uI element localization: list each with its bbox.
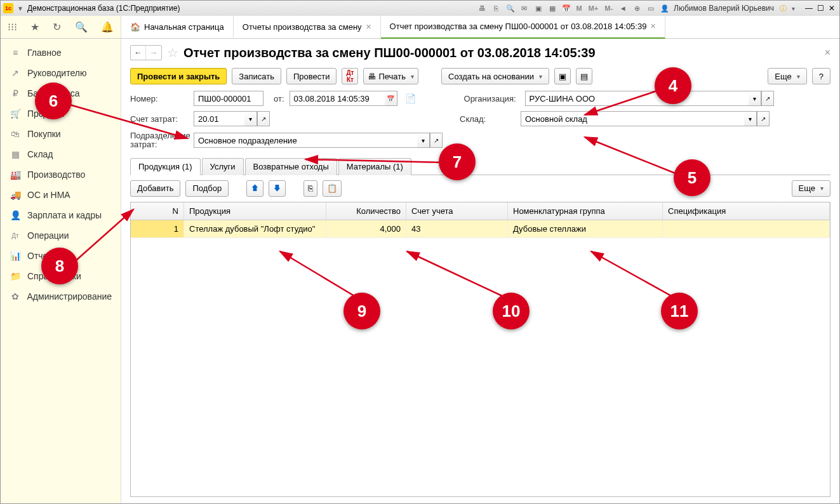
add-row-button[interactable]: Добавить <box>130 180 180 197</box>
marker-4: 4 <box>655 67 691 104</box>
nav-purchases[interactable]: 🛍Покупки <box>1 124 121 144</box>
search-icon[interactable]: 🔍 <box>505 3 516 13</box>
tab-close-1[interactable]: ✕ <box>366 23 371 31</box>
label-dept: Подразделение затрат: <box>130 131 189 150</box>
warn-icon[interactable]: ▣ <box>533 3 543 13</box>
nav-admin[interactable]: ✿Администрирование <box>1 286 121 307</box>
tab-report-doc-label: Отчет производства за смену ПШ00-000001 … <box>390 22 647 31</box>
move-up-button[interactable]: 🡅 <box>246 180 263 197</box>
nav-production[interactable]: 🏭Производство <box>1 164 121 185</box>
nav-assets[interactable]: 🚚ОС и НМА <box>1 185 121 205</box>
maximize-button[interactable]: ☐ <box>815 4 825 13</box>
pick-button[interactable]: Подбор <box>185 180 229 197</box>
nav-main[interactable]: ≡Главное <box>1 43 121 63</box>
mail-icon[interactable]: ✉ <box>519 3 530 13</box>
acct-dd[interactable]: ▾ <box>244 111 257 126</box>
dept-field[interactable]: Основное подразделение ▾ ↗ <box>194 133 443 148</box>
write-button[interactable]: Записать <box>232 68 281 84</box>
dtab-returns[interactable]: Возвратные отходы <box>245 158 337 175</box>
th-spec[interactable]: Спецификация <box>663 202 830 220</box>
mem-mminus[interactable]: M- <box>603 4 614 12</box>
date-picker-button[interactable]: 📅 <box>385 91 397 106</box>
minimize-button[interactable]: — <box>804 4 814 13</box>
grid2-icon: ▦ <box>10 149 21 159</box>
nav-forward[interactable]: → <box>146 46 161 60</box>
star-icon[interactable]: ★ <box>30 21 39 33</box>
nav-stock[interactable]: ▦Склад <box>1 144 121 164</box>
print-icon[interactable]: 🖶 <box>477 3 488 13</box>
post-and-close-button[interactable]: Провести и закрыть <box>130 68 227 84</box>
nav-ops[interactable]: ДтОперации <box>1 225 121 246</box>
zoom-icon[interactable]: ⊕ <box>632 3 642 13</box>
th-product[interactable]: Продукция <box>184 202 326 220</box>
table-more-button[interactable]: Еще <box>792 180 830 197</box>
dtab-products[interactable]: Продукция (1) <box>130 158 201 175</box>
number-field[interactable]: ПШ00-000001 <box>194 91 263 106</box>
nav-stock-label: Склад <box>27 149 53 159</box>
info-dd[interactable]: ▾ <box>792 5 795 12</box>
dtab-services[interactable]: Услуги <box>202 158 244 175</box>
window-icon[interactable]: ▭ <box>646 3 656 13</box>
factory-icon: 🏭 <box>10 169 21 180</box>
print-button[interactable]: 🖶 Печать <box>363 68 418 84</box>
tab-home[interactable]: 🏠 Начальная страница <box>121 16 234 39</box>
history-icon[interactable]: ↻ <box>53 21 61 33</box>
grid-icon[interactable]: ▦ <box>547 3 557 13</box>
nav-hr[interactable]: 👤Зарплата и кадры <box>1 205 121 225</box>
org-open[interactable]: ↗ <box>761 91 774 106</box>
th-acc[interactable]: Счет учета <box>406 202 508 220</box>
copy-icon[interactable]: ⎘ <box>491 3 502 13</box>
paste-row-button[interactable]: 📋 <box>323 180 342 197</box>
aux1-button[interactable]: ▣ <box>554 68 571 84</box>
aux2-button[interactable]: ▤ <box>576 68 592 84</box>
dtkt-button[interactable]: ДтКт <box>342 68 358 84</box>
wh-dd[interactable]: ▾ <box>744 111 757 126</box>
more-button[interactable]: Еще <box>768 68 806 84</box>
tab-close-2[interactable]: ✕ <box>650 22 656 30</box>
post-button[interactable]: Провести <box>286 68 337 84</box>
page-close[interactable]: × <box>825 47 830 58</box>
calendar-icon[interactable]: 📅 <box>561 3 571 13</box>
dtab-materials[interactable]: Материалы (1) <box>338 158 411 175</box>
nav-assets-label: ОС и НМА <box>27 190 70 200</box>
titlebar: 1c ▼ Демонстрационная база (1С:Предприят… <box>1 1 839 16</box>
mem-m[interactable]: M <box>575 4 583 12</box>
info-icon[interactable]: ⓘ <box>778 3 788 13</box>
wh-open[interactable]: ↗ <box>757 111 770 126</box>
acct-open[interactable]: ↗ <box>257 111 270 126</box>
copy-row-button[interactable]: ⎘ <box>303 180 317 197</box>
nav-back[interactable]: ← <box>131 46 146 60</box>
th-n[interactable]: N <box>131 202 184 220</box>
nav-hr-label: Зарплата и кадры <box>27 210 102 220</box>
tab-report-doc[interactable]: Отчет производства за смену ПШ00-000001 … <box>381 16 666 39</box>
mem-mplus[interactable]: M+ <box>587 4 600 12</box>
th-group[interactable]: Номенклатурная группа <box>508 202 663 220</box>
org-field[interactable]: РУС-ШИНА ООО ▾ ↗ <box>525 91 774 106</box>
nav-manager[interactable]: ↗Руководителю <box>1 63 121 83</box>
back-icon[interactable]: ◄ <box>618 3 628 13</box>
dtkt-icon: Дт <box>10 232 21 239</box>
org-value: РУС-ШИНА ООО <box>525 91 749 106</box>
create-based-button[interactable]: Создать на основании <box>441 68 549 84</box>
move-down-button[interactable]: 🡇 <box>269 180 286 197</box>
org-dd[interactable]: ▾ <box>749 91 761 106</box>
app-menu-dd[interactable]: ▼ <box>17 5 23 12</box>
search2-icon[interactable]: 🔍 <box>75 21 88 33</box>
tab-reports-list[interactable]: Отчеты производства за смену ✕ <box>234 16 381 39</box>
tab-reports-label: Отчеты производства за смену <box>243 22 362 32</box>
user-name[interactable]: Любимов Валерий Юрьевич <box>674 4 774 13</box>
dept-open[interactable]: ↗ <box>430 133 443 148</box>
close-button[interactable]: ✕ <box>827 4 837 13</box>
favorite-star[interactable]: ☆ <box>167 45 178 60</box>
wh-field[interactable]: Основной склад ▾ ↗ <box>521 111 770 126</box>
table-row[interactable]: 1 Стеллаж дубовый "Лофт студио" 4,000 43… <box>131 220 830 238</box>
nav-admin-label: Администрирование <box>27 291 112 302</box>
date-field[interactable]: 03.08.2018 14:05:39 📅 <box>290 91 397 106</box>
table-header: N Продукция Количество Счет учета Номенк… <box>131 202 830 220</box>
acct-field[interactable]: 20.01 ▾ ↗ <box>194 111 270 126</box>
bell-icon[interactable]: 🔔 <box>101 21 114 33</box>
help-button[interactable]: ? <box>812 68 830 84</box>
apps-icon[interactable]: ⁝⁝⁝ <box>8 21 17 33</box>
th-qty[interactable]: Количество <box>326 202 406 220</box>
dept-dd[interactable]: ▾ <box>417 133 430 148</box>
